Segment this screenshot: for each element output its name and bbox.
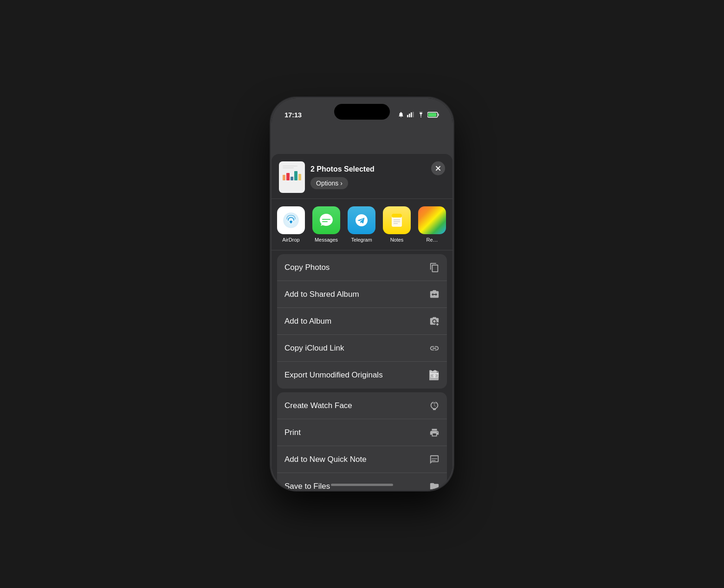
print-label: Print (284, 428, 301, 437)
chevron-right-icon: › (340, 179, 343, 187)
signal-icon (407, 112, 414, 117)
share-sheet: 2 Photos Selected Options › (272, 154, 452, 490)
watch-face-label: Create Watch Face (284, 401, 352, 410)
icloud-link-icon (429, 343, 440, 353)
export-icon (429, 370, 440, 380)
svg-rect-0 (407, 115, 408, 117)
telegram-icon-bg (348, 206, 375, 234)
copy-photos-icon (429, 262, 440, 273)
svg-rect-6 (438, 114, 440, 116)
copy-photos-action[interactable]: Copy Photos (277, 254, 447, 281)
status-icons (398, 111, 440, 118)
sheet-title-area: 2 Photos Selected Options › (310, 165, 445, 189)
dynamic-island (334, 104, 390, 120)
print-action[interactable]: Print (277, 419, 447, 446)
screen: 17:13 (272, 98, 452, 490)
svg-point-4 (420, 116, 421, 117)
add-shared-album-action[interactable]: Add to Shared Album (277, 281, 447, 308)
close-icon (436, 166, 440, 171)
print-icon (429, 428, 440, 438)
svg-rect-2 (411, 112, 412, 117)
svg-rect-7 (428, 113, 437, 116)
messages-label: Messages (315, 237, 338, 243)
app-item-more[interactable]: Re… (418, 206, 446, 243)
watch-face-action[interactable]: Create Watch Face (277, 392, 447, 419)
battery-icon (427, 112, 440, 118)
options-label: Options (316, 179, 338, 187)
close-button[interactable] (431, 161, 445, 175)
copy-icloud-action[interactable]: Copy iCloud Link (277, 335, 447, 362)
svg-rect-3 (413, 112, 414, 117)
sheet-title: 2 Photos Selected (310, 165, 445, 173)
notes-label: Notes (390, 237, 404, 243)
airdrop-icon-bg (277, 206, 305, 234)
apps-row: AirDrop Messages (272, 199, 452, 250)
add-album-action[interactable]: Add to Album (277, 308, 447, 335)
save-files-action[interactable]: Save to Files (277, 473, 447, 490)
svg-rect-13 (392, 214, 402, 217)
add-album-label: Add to Album (284, 317, 331, 326)
svg-point-10 (283, 212, 299, 228)
quick-note-action[interactable]: Add to New Quick Note (277, 446, 447, 473)
home-indicator (331, 484, 393, 486)
sheet-header: 2 Photos Selected Options › (272, 154, 452, 199)
options-button[interactable]: Options › (310, 177, 348, 189)
airdrop-icon (283, 212, 299, 229)
copy-photos-label: Copy Photos (284, 263, 330, 272)
bell-slash-icon (398, 111, 404, 118)
wifi-icon (417, 112, 425, 117)
messages-icon-bg (312, 206, 340, 234)
phone-frame: 17:13 (272, 98, 452, 490)
notes-icon (388, 212, 405, 229)
app-item-messages[interactable]: Messages (312, 206, 340, 243)
watch-face-icon (429, 401, 440, 411)
actions-group-1: Copy Photos Add to Shared Album Add to A… (277, 254, 447, 389)
app-item-airdrop[interactable]: AirDrop (277, 206, 305, 243)
add-shared-album-label: Add to Shared Album (284, 290, 359, 299)
actions-group-2: Create Watch Face Print Add to New Quick… (277, 392, 447, 490)
status-time: 17:13 (284, 111, 302, 119)
svg-rect-1 (409, 114, 410, 117)
notes-icon-bg (383, 206, 411, 234)
export-originals-label: Export Unmodified Originals (284, 371, 383, 380)
more-app-icon (418, 206, 446, 234)
more-app-label: Re… (426, 237, 438, 243)
copy-icloud-label: Copy iCloud Link (284, 344, 344, 353)
telegram-label: Telegram (351, 237, 372, 243)
shared-album-icon (429, 289, 440, 300)
save-files-label: Save to Files (284, 482, 330, 490)
svg-point-11 (290, 221, 292, 223)
airdrop-label: AirDrop (282, 237, 299, 243)
export-originals-action[interactable]: Export Unmodified Originals (277, 362, 447, 389)
quick-note-label: Add to New Quick Note (284, 455, 367, 464)
app-item-notes[interactable]: Notes (383, 206, 411, 243)
save-files-icon (429, 481, 440, 490)
telegram-icon (353, 211, 370, 229)
messages-icon (318, 212, 335, 229)
app-item-telegram[interactable]: Telegram (348, 206, 375, 243)
quick-note-icon (429, 454, 440, 465)
sheet-thumbnail (279, 161, 305, 193)
add-album-icon (429, 316, 440, 326)
